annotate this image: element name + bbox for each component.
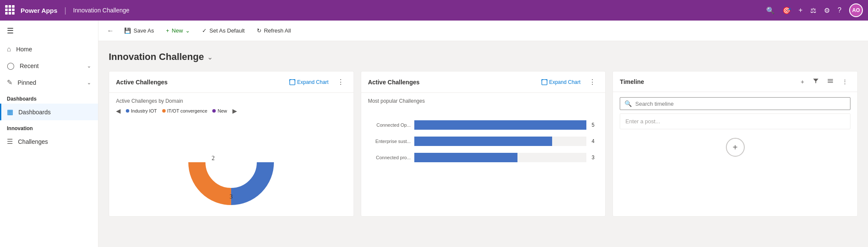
svg-marker-9 [813,79,818,83]
legend-prev-button[interactable]: ◀ [116,107,121,114]
donut-chart-svg: 2 3 [184,119,278,205]
sidebar-item-home[interactable]: ⌂ Home [0,41,98,57]
user-avatar[interactable]: AO [849,3,863,17]
bar-fill-1 [414,120,587,130]
nav-divider: | [64,6,66,15]
timeline-list-icon [827,78,833,84]
card1-menu-button[interactable]: ⋮ [335,77,347,87]
hamburger-icon: ☰ [7,26,14,36]
svg-rect-8 [542,79,547,84]
sidebar-toggle[interactable]: ☰ [0,21,98,41]
card2-menu-button[interactable]: ⋮ [586,77,598,87]
sidebar-item-pinned[interactable]: ✎ Pinned ⌄ [0,74,98,91]
svg-rect-0 [290,79,295,84]
timeline-view-button[interactable] [825,77,836,86]
checkmark-icon: ✓ [202,27,207,34]
back-button[interactable]: ← [104,24,117,38]
refresh-all-button[interactable]: ↻ Refresh All [252,25,296,36]
donut-chart-area: 2 3 [116,119,347,205]
sidebar-home-label: Home [16,46,91,53]
bar-value-2: 4 [592,138,598,144]
sidebar-item-recent[interactable]: ◯ Recent ⌄ [0,57,98,74]
timeline-header: Timeline + [613,71,857,92]
legend-label-itot: IT/OT convergence [167,108,208,113]
bar-value-1: 5 [592,122,598,128]
waffle-menu-icon[interactable] [5,5,15,15]
search-icon[interactable]: 🔍 [766,6,775,15]
set-default-label: Set As Default [209,27,244,34]
page-title-chevron[interactable]: ⌄ [207,53,213,61]
expand-chart-icon-2 [541,79,547,85]
card2-header: Active Challenges Expand Chart ⋮ [361,71,606,93]
innovation-section-header: Innovation [0,120,98,133]
bar-fill-2 [414,137,552,146]
chart2-expand-button[interactable]: Expand Chart [539,78,583,86]
new-label: New [172,27,183,34]
timeline-post-placeholder: Enter a post... [625,118,660,125]
bar-track-3 [414,153,587,162]
sidebar-recent-label: Recent [20,62,82,69]
expand-chart-icon [289,79,295,85]
legend-label-industry-iot: Industry IOT [131,108,157,113]
active-challenges-donut-card: Active Challenges Expand Chart ⋮ [109,71,354,217]
page-title-row: Innovation Challenge ⌄ [109,51,858,62]
save-as-label: Save As [134,27,154,34]
timeline-search-box[interactable]: 🔍 [620,97,850,110]
new-icon: + [166,27,169,34]
dashboards-icon: ▦ [7,108,13,116]
legend-dot-itot [162,109,166,113]
chart1-subtitle: Active Challenges by Domain [116,98,347,104]
cards-grid: Active Challenges Expand Chart ⋮ [109,71,858,217]
bar-row-1: Connected Op... 5 [368,120,599,130]
nav-title: Innovation Challenge [73,7,130,14]
svg-rect-5 [184,119,278,162]
card2-body: Most popular Challenges Connected Op... … [361,93,606,178]
bar-track-1 [414,120,587,130]
save-as-button[interactable]: 💾 Save As [119,25,159,36]
main-content: ← 💾 Save As + New ⌄ ✓ Set As Default ↻ R… [98,21,868,247]
app-name: Power Apps [21,7,57,14]
page-title: Innovation Challenge [109,51,204,62]
chart2-subtitle: Most popular Challenges [368,98,599,104]
chart2-expand-label: Expand Chart [549,79,580,85]
card1-title: Active Challenges [116,79,283,86]
legend-item-industry-iot: Industry IOT [126,108,157,113]
timeline-search-input[interactable] [635,101,846,107]
new-button[interactable]: + New ⌄ [161,25,196,36]
card1-header: Active Challenges Expand Chart ⋮ [109,71,354,93]
refresh-icon: ↻ [257,27,262,34]
bar-label-1: Connected Op... [368,122,411,128]
legend-next-button[interactable]: ▶ [232,107,237,114]
timeline-search-icon: 🔍 [624,100,632,107]
recent-icon: ◯ [7,62,15,70]
target-icon[interactable]: 🎯 [782,6,791,15]
timeline-filter-button[interactable] [810,77,821,86]
add-icon[interactable]: + [799,6,803,14]
chart1-expand-button[interactable]: Expand Chart [287,78,331,86]
sidebar-item-dashboards[interactable]: ▦ Dashboards [0,104,98,120]
page-content: Innovation Challenge ⌄ Active Challenges [98,41,868,247]
settings-icon[interactable]: ⚙ [824,6,830,15]
challenges-icon: ☰ [7,137,13,146]
sidebar-challenges-label: Challenges [18,138,91,145]
bar-label-3: Connected pro... [368,155,411,160]
help-icon[interactable]: ? [838,6,841,14]
timeline-post-area[interactable]: Enter a post... [620,113,850,129]
legend-item-itot: IT/OT convergence [162,108,208,113]
card2-title: Active Challenges [368,79,535,86]
timeline-add-button[interactable]: + [798,77,807,86]
recent-chevron: ⌄ [87,63,91,69]
sidebar: ☰ ⌂ Home ◯ Recent ⌄ ✎ Pinned ⌄ Dashboard… [0,21,98,247]
set-default-button[interactable]: ✓ Set As Default [197,25,250,36]
timeline-more-button[interactable]: ⋮ [839,77,850,86]
bar-row-3: Connected pro... 3 [368,153,599,162]
timeline-circle-add-button[interactable]: + [726,138,745,157]
sidebar-item-challenges[interactable]: ☰ Challenges [0,133,98,150]
svg-text:3: 3 [230,193,233,200]
chart1-expand-label: Expand Chart [297,79,328,85]
filter-icon[interactable]: ⚖ [810,6,816,15]
pinned-chevron: ⌄ [87,80,91,86]
home-icon: ⌂ [7,45,11,53]
bar-chart-area: Connected Op... 5 Enterprise sust... [368,117,599,173]
refresh-all-label: Refresh All [264,27,291,34]
